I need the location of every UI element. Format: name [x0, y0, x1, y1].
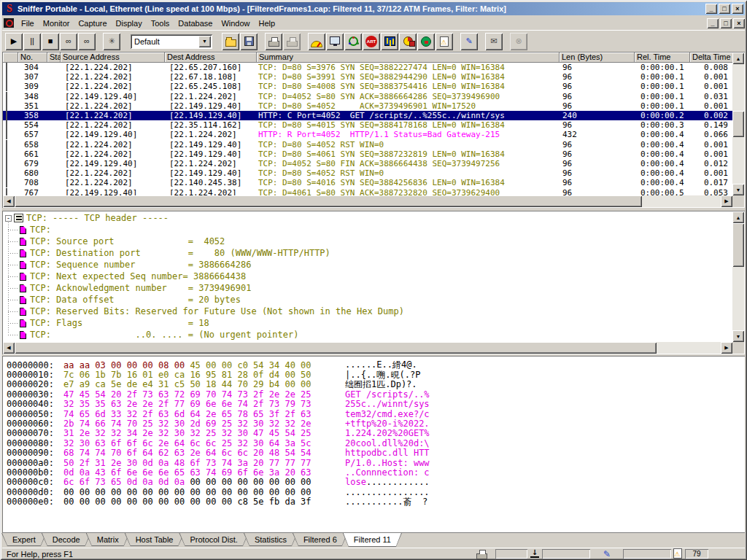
pause-capture-button[interactable]: ||: [23, 33, 41, 50]
history-samples-button[interactable]: [381, 33, 398, 50]
packet-list-hscrollbar[interactable]: ◀ ▶: [3, 195, 732, 207]
mark-checkbox[interactable]: [6, 188, 7, 195]
tab-expert[interactable]: Expert: [1, 533, 47, 546]
decode-line-9[interactable]: TCP: ..0. .... = (No urgent pointer): [4, 329, 732, 341]
define-filter-button[interactable]: ✳: [103, 33, 120, 50]
child-window-restore-button[interactable]: □: [720, 18, 732, 28]
packet-row-351[interactable]: 351[22.1.224.202][22.149.129.40]TCP: D=8…: [3, 101, 732, 111]
decode-root-line[interactable]: - TCP: ----- TCP header -----: [4, 212, 732, 224]
packet-row-680[interactable]: 680[22.1.224.202][22.149.129.40]TCP: D=8…: [3, 168, 732, 178]
window-close-button[interactable]: ×: [732, 4, 743, 14]
mark-checkbox[interactable]: [6, 92, 7, 101]
mark-checkbox[interactable]: [6, 178, 7, 187]
tab-decode[interactable]: Decode: [42, 533, 91, 546]
decode-line-8[interactable]: TCP: Flags = 18: [4, 317, 732, 329]
menu-database[interactable]: Database: [174, 18, 217, 29]
menu-tools[interactable]: Tools: [147, 18, 174, 29]
mark-checkbox[interactable]: [6, 149, 7, 159]
decode-line-2[interactable]: TCP: Destination port = 80 (WWW/WWW-HTTP…: [4, 247, 732, 259]
tab-protocol-dist-[interactable]: Protocol Dist.: [179, 533, 248, 546]
header-select-column[interactable]: [3, 52, 18, 63]
header-rel-time[interactable]: Rel. Time: [635, 52, 690, 63]
decode-line-1[interactable]: TCP: Source port = 4052: [4, 236, 732, 247]
hex-dump-pane[interactable]: 00000000:aa aa 03 00 00 00 08 00 45 00 0…: [2, 356, 745, 532]
header-len-bytes-[interactable]: Len (Bytes): [560, 52, 635, 63]
scroll-down-button[interactable]: ▼: [732, 330, 744, 342]
menu-display[interactable]: Display: [112, 18, 147, 29]
print-button[interactable]: [265, 33, 282, 50]
menu-help[interactable]: Help: [255, 18, 280, 29]
packet-row-348[interactable]: 348[22.149.129.40][22.1.224.202]TCP: D=4…: [3, 92, 732, 101]
tab-matrix[interactable]: Matrix: [86, 533, 130, 546]
scroll-down-button[interactable]: ▼: [732, 184, 744, 195]
mark-checkbox[interactable]: [6, 120, 7, 130]
open-button[interactable]: [222, 33, 239, 50]
header-summary[interactable]: Summary: [257, 52, 560, 63]
decode-line-0[interactable]: TCP:: [4, 224, 732, 236]
capture-wizard-button[interactable]: ✎: [460, 33, 478, 50]
child-window-close-button[interactable]: ×: [733, 18, 745, 28]
header-source-address[interactable]: Source Address: [61, 52, 165, 63]
capture-panel-button[interactable]: ∞: [60, 33, 77, 50]
packet-row-307[interactable]: 307[22.1.224.202][22.67.18.108]TCP: D=80…: [3, 72, 732, 82]
art-button[interactable]: ART: [363, 33, 380, 50]
stop-capture-button[interactable]: ■: [42, 33, 59, 50]
decode-line-4[interactable]: TCP: Next expected Seq number= 388666443…: [4, 271, 732, 282]
mark-checkbox[interactable]: [6, 63, 7, 72]
packet-list-vscrollbar[interactable]: ▲ ▼: [732, 52, 744, 195]
vscroll-thumb[interactable]: [732, 111, 744, 137]
window-restore-button[interactable]: □: [719, 4, 730, 14]
alarm-log-button[interactable]: [436, 33, 453, 50]
packet-row-767[interactable]: 767[22.149.129.40][22.1.224.202]TCP: D=4…: [3, 187, 732, 195]
dashboard-button[interactable]: [308, 33, 325, 50]
chevron-down-icon[interactable]: ▼: [198, 36, 211, 47]
header-no-[interactable]: No.: [18, 52, 47, 63]
tab-filtered-11[interactable]: Filtered 11: [343, 533, 402, 547]
save-button[interactable]: [240, 33, 258, 50]
decode-line-6[interactable]: TCP: Data offset = 20 bytes: [4, 294, 732, 306]
menu-window[interactable]: Window: [217, 18, 254, 29]
matrix-button[interactable]: [344, 33, 362, 50]
decode-line-5[interactable]: TCP: Acknowledgment number = 3739496901: [4, 282, 732, 294]
hscroll-thumb[interactable]: [15, 342, 657, 354]
packet-row-554[interactable]: 554[22.1.224.202][22.35.114.162]TCP: D=8…: [3, 120, 732, 130]
window-minimize-button[interactable]: _: [705, 4, 717, 14]
header-status[interactable]: Status: [47, 52, 61, 63]
packet-row-309[interactable]: 309[22.1.224.202][22.65.245.108]TCP: D=8…: [3, 82, 732, 91]
mark-checkbox[interactable]: [6, 159, 7, 168]
decode-line-3[interactable]: TCP: Sequence number = 3886664286: [4, 259, 732, 271]
packet-row-708[interactable]: 708[22.1.224.202][22.140.245.38]TCP: D=8…: [3, 178, 732, 187]
mark-checkbox[interactable]: [6, 111, 7, 120]
hscroll-thumb[interactable]: [15, 195, 642, 207]
mark-checkbox[interactable]: [6, 101, 7, 111]
menu-monitor[interactable]: Monitor: [39, 18, 74, 29]
scroll-left-button[interactable]: ◀: [3, 342, 15, 354]
mark-checkbox[interactable]: [6, 130, 7, 139]
global-statistics-button[interactable]: [417, 33, 435, 50]
mark-checkbox[interactable]: [6, 140, 7, 149]
header-delta-time[interactable]: Delta Time: [690, 52, 734, 63]
menu-capture[interactable]: Capture: [74, 18, 111, 29]
packet-row-661[interactable]: 661[22.1.224.202][22.149.129.40]TCP: D=8…: [3, 149, 732, 159]
collapse-expander-icon[interactable]: -: [5, 215, 12, 222]
packet-row-658[interactable]: 658[22.1.224.202][22.149.129.40]TCP: D=8…: [3, 140, 732, 149]
display-captured-data-button[interactable]: ∞: [78, 33, 96, 50]
start-capture-button[interactable]: ▶: [5, 33, 23, 50]
tab-statistics[interactable]: Statistics: [244, 533, 298, 546]
scroll-up-button[interactable]: ▲: [732, 52, 744, 64]
scroll-right-button[interactable]: ▶: [721, 342, 732, 354]
vscroll-thumb[interactable]: [732, 223, 744, 267]
packet-row-679[interactable]: 679[22.149.129.40][22.1.224.202]TCP: D=4…: [3, 159, 732, 168]
mark-checkbox[interactable]: [6, 82, 7, 91]
protocol-distribution-button[interactable]: [399, 33, 417, 50]
header-dest-address[interactable]: Dest Address: [165, 52, 257, 63]
tab-filtered-6[interactable]: Filtered 6: [293, 533, 348, 546]
packet-row-304[interactable]: 304[22.1.224.202][22.65.207.160]TCP: D=8…: [3, 63, 732, 72]
mark-checkbox[interactable]: [6, 168, 7, 178]
mark-checkbox[interactable]: [6, 72, 7, 82]
menu-file[interactable]: File: [17, 18, 39, 29]
host-table-button[interactable]: [326, 33, 344, 50]
child-window-minimize-button[interactable]: _: [707, 18, 719, 28]
scroll-right-button[interactable]: ▶: [721, 195, 732, 207]
packet-row-657[interactable]: 657[22.149.129.40][22.1.224.202]HTTP: R …: [3, 130, 732, 139]
